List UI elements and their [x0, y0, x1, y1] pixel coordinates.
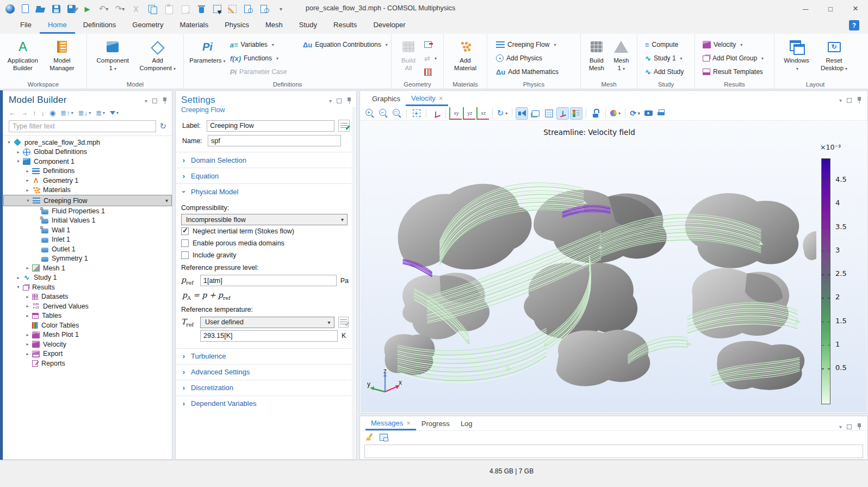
- build-all-button[interactable]: BuildAll: [395, 36, 422, 72]
- close-button[interactable]: [843, 0, 868, 17]
- rename-button[interactable]: [338, 120, 350, 132]
- pin-icon[interactable]: [857, 96, 862, 104]
- section-dependent-variables[interactable]: ›Dependent Variables: [176, 396, 356, 411]
- tree-node-initial-values-1[interactable]: Initial Values 1: [3, 216, 172, 226]
- build-mesh-button[interactable]: BuildMesh: [584, 36, 609, 72]
- paste-icon[interactable]: [164, 4, 173, 14]
- tree-collapsed-arrow-icon[interactable]: ▸: [24, 178, 31, 183]
- checkbox-unchecked-icon[interactable]: [181, 239, 189, 247]
- variables-button[interactable]: a=Variables: [228, 39, 301, 51]
- tree-collapsed-arrow-icon[interactable]: ▸: [15, 275, 22, 280]
- pin-icon[interactable]: [857, 423, 862, 430]
- menu-study[interactable]: Study: [291, 17, 325, 34]
- color-legend-icon[interactable]: [570, 107, 582, 120]
- panel-menu-icon[interactable]: [839, 423, 842, 430]
- environment-reflections-icon[interactable]: [529, 107, 542, 120]
- messages-output[interactable]: [364, 445, 863, 458]
- result-templates-button[interactable]: Result Templates: [700, 66, 766, 78]
- tab-log[interactable]: Log: [455, 417, 478, 430]
- tree-expanded-arrow-icon[interactable]: ▾: [15, 159, 22, 164]
- tree-node-geometry-1[interactable]: ▸Geometry 1: [3, 176, 172, 186]
- tree-node-color-tables[interactable]: Color Tables: [3, 320, 172, 330]
- paste-special-icon[interactable]: [181, 4, 190, 14]
- clear-messages-icon[interactable]: [365, 433, 374, 442]
- add-plot-group-button[interactable]: Add Plot Group: [700, 52, 766, 64]
- filter-icon[interactable]: ▾: [110, 110, 119, 115]
- tree-node-symmetry-1[interactable]: Symmetry 1: [3, 254, 172, 264]
- parameters-button[interactable]: Pi Parameters: [187, 36, 228, 64]
- move-up-icon[interactable]: ↑: [33, 109, 36, 117]
- collapse-all-icon[interactable]: ≣↓▾: [78, 109, 91, 117]
- checkbox-enable-porous-media-domains[interactable]: Enable porous media domains: [181, 237, 349, 249]
- tree-node-mesh-1[interactable]: ▸Mesh 1: [3, 263, 172, 273]
- reference-pressure-input[interactable]: [200, 275, 337, 286]
- study-1-button[interactable]: ∿Study 1: [643, 52, 686, 64]
- panel-menu-icon[interactable]: [839, 96, 842, 104]
- message-table-icon[interactable]: [380, 434, 388, 441]
- equation-contributions-button[interactable]: ΔuEquation Contributions: [301, 39, 388, 51]
- tree-node-global-definitions[interactable]: ▸Global Definitions: [3, 147, 172, 157]
- tab-messages[interactable]: Messages: [365, 417, 416, 430]
- tab-graphics[interactable]: Graphics: [367, 91, 406, 106]
- tree-node-component-1[interactable]: ▾Component 1: [3, 157, 172, 167]
- update-geometry-button[interactable]: ⇄: [422, 52, 439, 64]
- move-down-icon[interactable]: ↓: [41, 109, 45, 117]
- checkbox-neglect-inertial-term-stokes-flow-[interactable]: Neglect inertial term (Stokes flow): [181, 225, 349, 237]
- zoom-in-icon[interactable]: [363, 107, 376, 120]
- default-view-icon[interactable]: [430, 107, 442, 120]
- tree-collapsed-arrow-icon[interactable]: ▸: [24, 304, 31, 309]
- temperature-input[interactable]: [200, 330, 338, 342]
- parameter-case-button[interactable]: PiParameter Case: [228, 66, 301, 78]
- back-icon[interactable]: ←: [9, 109, 16, 117]
- tab-velocity[interactable]: Velocity: [406, 91, 448, 106]
- float-window-icon[interactable]: [847, 98, 852, 103]
- tree-node-materials[interactable]: ▸Materials: [3, 186, 172, 195]
- functions-button[interactable]: f(x)Functions: [228, 52, 301, 64]
- app-logo-icon[interactable]: [5, 4, 15, 14]
- clear-selection-icon[interactable]: [228, 5, 237, 13]
- tree-expanded-arrow-icon[interactable]: ▾: [15, 285, 22, 289]
- node-grouping-icon[interactable]: ≣▾: [96, 109, 105, 117]
- tree-node-datasets[interactable]: ▸Datasets: [3, 292, 172, 302]
- cut-icon[interactable]: [132, 4, 141, 14]
- copy-icon[interactable]: [148, 4, 157, 14]
- section-equation[interactable]: ›Equation: [176, 168, 356, 183]
- help-button[interactable]: ?: [849, 20, 859, 30]
- compute-button[interactable]: =Compute: [643, 39, 686, 51]
- label-input[interactable]: [207, 120, 334, 132]
- temperature-list-button[interactable]: [338, 317, 349, 328]
- section-discretization[interactable]: ›Discretization: [176, 380, 356, 396]
- tree-node-study-1[interactable]: ▸Study 1: [3, 273, 172, 283]
- tree-node-fluid-properties-1[interactable]: Fluid Properties 1: [3, 206, 172, 216]
- model-manager-button[interactable]: ModelManager: [42, 36, 82, 72]
- checkbox-unchecked-icon[interactable]: [181, 251, 189, 259]
- view-xz-icon[interactable]: xz: [476, 107, 489, 120]
- panel-menu-icon[interactable]: [145, 97, 147, 104]
- open-file-icon[interactable]: [36, 4, 45, 14]
- float-window-icon[interactable]: [152, 98, 157, 103]
- tab-progress[interactable]: Progress: [416, 417, 455, 430]
- tree-node-results[interactable]: ▾Results: [3, 282, 172, 292]
- lock-axes-icon[interactable]: [590, 107, 602, 120]
- component-1-button[interactable]: Component1: [93, 36, 132, 72]
- menu-developer[interactable]: Developer: [365, 17, 413, 34]
- add-study-button[interactable]: ∿Add Study: [643, 66, 686, 78]
- checkbox-include-gravity[interactable]: Include gravity: [181, 249, 349, 261]
- show-icon[interactable]: ◉: [49, 109, 55, 117]
- tree-collapsed-arrow-icon[interactable]: ▸: [24, 266, 31, 270]
- reference-temperature-select[interactable]: User defined: [200, 317, 334, 328]
- save-as-icon[interactable]: [67, 5, 76, 13]
- tree-collapsed-arrow-icon[interactable]: ▸: [24, 188, 31, 193]
- close-tab-icon[interactable]: [406, 419, 411, 427]
- expand-all-icon[interactable]: ≣↑▾: [60, 109, 73, 117]
- menu-geometry[interactable]: Geometry: [124, 17, 171, 34]
- sync-plot-icon[interactable]: ⟳: [629, 107, 641, 120]
- orientation-indicator-icon[interactable]: [556, 107, 569, 120]
- menu-physics[interactable]: Physics: [216, 17, 257, 34]
- tree-expanded-arrow-icon[interactable]: ▾: [24, 198, 32, 203]
- filter-input[interactable]: [9, 120, 156, 132]
- menu-materials[interactable]: Materials: [171, 17, 216, 34]
- add-material-button[interactable]: AddMaterial: [447, 36, 483, 72]
- tree-node-derived-values[interactable]: ▸Derived Values: [3, 301, 172, 311]
- insert-sequence-button[interactable]: [422, 39, 439, 51]
